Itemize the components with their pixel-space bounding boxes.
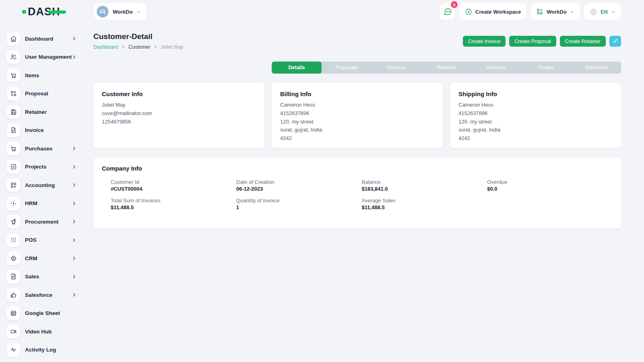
sidebar-item-items[interactable]: Items [6,68,78,82]
sidebar-item-label: Proposal [25,90,78,97]
field-label: Customer Id [111,179,236,185]
thumbs-up-icon [6,288,20,302]
create-workspace-button[interactable]: Create Workspace [459,3,526,20]
sidebar-item-label: Projects [25,164,72,170]
sidebar-item-label: Video Hub [25,329,78,335]
card-title: Customer Info [102,90,256,97]
tab-retainer[interactable]: Retainer [421,62,471,74]
app-logo[interactable]: DASH [0,5,85,18]
field-label: Total Sum of Invoices [111,197,236,204]
tab-proposals[interactable]: Proposals [322,62,372,74]
grid-plus-icon [536,8,543,15]
info-line: 4242 [458,135,613,142]
info-line: 4152637896 [458,110,613,117]
create-invoice-button[interactable]: Create Invoice [463,36,506,47]
card-title: Company Info [102,165,613,172]
sidebar-item-label: Items [25,72,78,78]
sidebar-item-label: Purchases [25,146,72,152]
breadcrumb-item-customer[interactable]: Customer [128,44,150,50]
sidebar-item-salesforce[interactable]: Salesforce [6,288,78,302]
sidebar-item-accounting[interactable]: Accounting [6,178,78,192]
create-retainer-button[interactable]: Create Retainer [560,36,606,47]
sidebar-item-hrm[interactable]: HRM [6,197,78,210]
check-square-icon [6,160,20,174]
sidebar-item-video-hub[interactable]: Video Hub [6,325,78,338]
sidebar-item-activity-log[interactable]: Activity Log [6,343,78,357]
home-icon [6,32,20,45]
shipping-info-card: Shipping Info Cameron Hess4152637896120,… [450,83,621,148]
sidebar-item-label: Procurement [25,219,72,225]
main-content: Customer-Detail DashboardCustomerJuliet … [93,23,621,228]
sidebar-item-purchases[interactable]: Purchases [6,142,78,155]
company-field-balance: Balance$183,841.0 [362,179,487,192]
info-line: Cameron Hess [280,101,434,108]
cart-flag-icon [6,215,20,228]
sidebar-item-crm[interactable]: CRM [6,251,78,265]
sidebar-item-projects[interactable]: Projects [6,160,78,174]
create-proposal-button[interactable]: Create Proposal [509,36,556,47]
info-line: 120, my street [280,118,434,125]
chevron-right-icon [72,219,76,224]
sidebar-item-dashboard[interactable]: Dashboard [6,32,78,45]
breadcrumb: DashboardCustomerJuliet May [93,44,184,50]
customer-info-lines: Juliet Maycuve@mailinator.com1254879856 [102,101,256,125]
sidebar-item-sales[interactable]: Sales [6,270,78,284]
sidebar-item-invoice[interactable]: Invoice [6,123,78,137]
chevron-right-icon [72,183,76,187]
tab-revenue[interactable]: Revenue [471,62,521,74]
users-icon [6,50,20,64]
sidebar-item-google-sheet[interactable]: Google Sheet [6,306,78,320]
field-value: 06-12-2023 [236,186,362,192]
tab-invoices[interactable]: Invoices [372,62,421,74]
table-icon [6,306,20,320]
sidebar-item-proposal[interactable]: Proposal [6,87,78,101]
sidebar-item-retainer[interactable]: Retainer [6,105,78,119]
field-value: $11,488.5 [362,204,487,210]
tab-statement[interactable]: Statement [571,62,621,74]
sidebar-item-procurement[interactable]: Procurement [6,215,78,228]
save-icon [6,105,20,119]
chevron-right-icon [121,45,125,49]
chevron-right-icon [72,238,76,243]
tab-project[interactable]: Project [521,62,571,74]
customer-info-card: Customer Info Juliet Maycuve@mailinator.… [93,83,264,148]
company-fields-grid: Customer Id#CUST00004Date of Creation06-… [102,179,613,210]
sidebar-item-label: Google Sheet [25,310,78,316]
sidebar-list: DashboardUser ManagementItemsProposalRet… [6,32,78,357]
create-workspace-label: Create Workspace [475,9,521,15]
messages-button[interactable]: 0 [440,3,455,20]
workspace-name: WorkDo [113,9,133,15]
info-line: Cameron Hess [458,101,613,108]
sidebar-item-label: Sales [25,274,72,280]
sidebar-item-label: POS [25,237,72,243]
pencil-icon [613,39,618,44]
breadcrumb-item-juliet-may: Juliet May [161,44,183,50]
sidebar-item-label: Salesforce [25,292,72,298]
sidebar-item-label: Activity Log [25,347,78,353]
sidebar-item-label: CRM [25,255,72,261]
proposal-icon [6,87,20,101]
edit-customer-button[interactable] [609,36,621,47]
field-label: Quantity of Invoice [236,197,362,204]
company-info-card: Company Info Customer Id#CUST00004Date o… [93,157,621,228]
sidebar-item-pos[interactable]: POS [6,233,78,247]
info-line: surat, gujrat, India [280,126,434,133]
cart-icon [6,68,20,82]
workspace-switcher[interactable]: WorkDo [94,3,147,20]
card-title: Billing Info [280,90,434,97]
sidebar-item-user-management[interactable]: User Management [6,50,78,64]
field-label: Date of Creation [236,179,362,185]
language-selector[interactable]: EN [584,3,621,20]
tab-details[interactable]: Details [272,62,322,74]
chevron-down-icon [136,10,141,14]
messages-badge: 0 [451,1,458,8]
workdo-menu-button[interactable]: WorkDo [530,3,580,20]
company-field-date-of-creation: Date of Creation06-12-2023 [236,179,362,192]
chevron-right-icon [72,146,76,151]
breadcrumb-item-dashboard[interactable]: Dashboard [93,44,118,50]
logo-bar-icon [48,10,66,14]
sidebar-item-label: User Management [25,54,72,60]
field-label: Average Sales [362,197,487,204]
workspace-avatar [96,5,109,18]
dots-grid-icon [6,233,20,247]
